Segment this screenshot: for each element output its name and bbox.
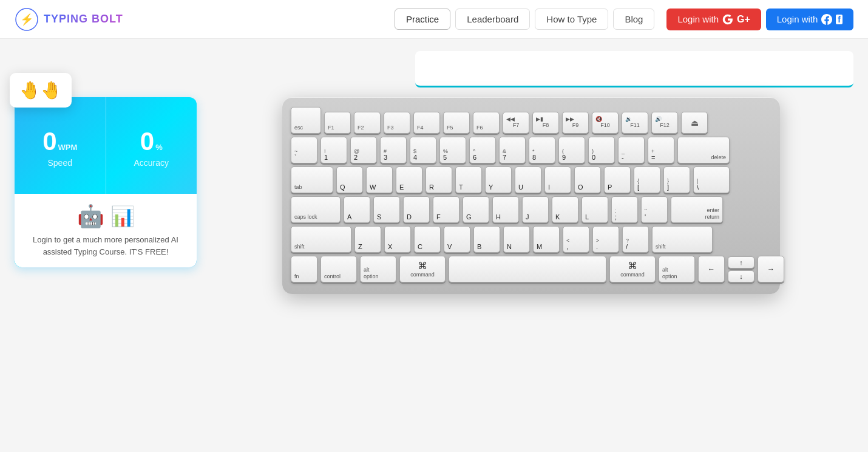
- key-arrow-right[interactable]: →: [758, 256, 784, 282]
- nav-blog[interactable]: Blog: [613, 9, 654, 30]
- key-f1[interactable]: F1: [324, 112, 351, 134]
- key-semicolon[interactable]: :;: [611, 196, 638, 223]
- key-1[interactable]: !1: [320, 137, 347, 163]
- key-comma[interactable]: <,: [563, 226, 589, 253]
- key-quote[interactable]: "': [641, 196, 668, 223]
- nav-leaderboard[interactable]: Leaderboard: [455, 9, 530, 30]
- key-fn[interactable]: fn: [291, 256, 317, 282]
- key-o[interactable]: O: [574, 166, 601, 193]
- key-f4[interactable]: F4: [413, 112, 440, 134]
- logo[interactable]: ⚡ TYPING BOLT: [15, 7, 123, 32]
- key-v[interactable]: V: [444, 226, 470, 253]
- accuracy-block: 0 % Accuracy: [106, 97, 197, 194]
- key-f2[interactable]: F2: [354, 112, 381, 134]
- hands-popup: 🤚🤚: [10, 73, 72, 108]
- key-f8[interactable]: ▶▮F8: [532, 112, 559, 134]
- login-google-label: Login with: [677, 14, 719, 24]
- key-period[interactable]: >.: [592, 226, 619, 253]
- key-8[interactable]: *8: [529, 137, 555, 163]
- key-control[interactable]: control: [320, 256, 357, 282]
- accuracy-unit: %: [155, 143, 163, 152]
- key-open-bracket[interactable]: {[: [634, 166, 660, 193]
- key-shift-left[interactable]: shift: [291, 226, 351, 253]
- key-u[interactable]: U: [515, 166, 541, 193]
- key-r[interactable]: R: [426, 166, 452, 193]
- key-w[interactable]: W: [366, 166, 393, 193]
- key-a[interactable]: A: [344, 196, 370, 223]
- key-delete[interactable]: delete: [677, 137, 730, 163]
- key-command-right[interactable]: ⌘ command: [609, 256, 656, 282]
- key-d[interactable]: D: [403, 196, 430, 223]
- key-e[interactable]: E: [396, 166, 422, 193]
- key-option-right[interactable]: altoption: [659, 256, 695, 282]
- key-close-bracket[interactable]: }]: [663, 166, 690, 193]
- key-command-left[interactable]: ⌘ command: [399, 256, 446, 282]
- key-n[interactable]: N: [503, 226, 530, 253]
- key-eject[interactable]: ⏏: [681, 112, 708, 134]
- key-y[interactable]: Y: [485, 166, 512, 193]
- stats-card: 0 WPM Speed 0 % Accuracy 🤖 📊: [15, 97, 197, 267]
- facebook-icon: [821, 14, 832, 25]
- key-h[interactable]: H: [492, 196, 519, 223]
- key-f12[interactable]: 🔊F12: [651, 112, 678, 134]
- key-b[interactable]: B: [473, 226, 500, 253]
- key-tab[interactable]: tab: [291, 166, 333, 193]
- speed-value: 0: [42, 129, 56, 154]
- key-q[interactable]: Q: [336, 166, 363, 193]
- key-backslash[interactable]: |\: [693, 166, 730, 193]
- key-m[interactable]: M: [533, 226, 560, 253]
- key-6[interactable]: ^6: [469, 137, 496, 163]
- key-9[interactable]: (9: [558, 137, 585, 163]
- key-f3[interactable]: F3: [384, 112, 410, 134]
- number-row: ~` !1 @2 #3 $4 %5 ^6 &7 *8 (9 )0 _- += d…: [291, 137, 771, 163]
- key-slash[interactable]: ?/: [622, 226, 649, 253]
- key-f10[interactable]: 🔇F10: [592, 112, 619, 134]
- key-f7[interactable]: ◀◀F7: [503, 112, 529, 134]
- key-f6[interactable]: F6: [473, 112, 500, 134]
- function-key-row: esc F1 F2 F3 F4 F5 F6 ◀◀F7 ▶▮F8 ▶▶F9 🔇F1…: [291, 107, 771, 134]
- key-f5[interactable]: F5: [443, 112, 470, 134]
- key-arrow-down[interactable]: ↓: [728, 270, 754, 282]
- key-shift-right[interactable]: shift: [652, 226, 713, 253]
- logo-icon: ⚡: [15, 7, 39, 32]
- key-f[interactable]: F: [433, 196, 459, 223]
- key-minus[interactable]: _-: [618, 137, 645, 163]
- key-arrow-left[interactable]: ←: [698, 256, 725, 282]
- key-x[interactable]: X: [384, 226, 411, 253]
- key-0[interactable]: )0: [588, 137, 615, 163]
- key-g[interactable]: G: [463, 196, 489, 223]
- key-7[interactable]: &7: [499, 137, 526, 163]
- login-google-button[interactable]: Login with G+: [666, 9, 761, 30]
- key-t[interactable]: T: [455, 166, 482, 193]
- key-z[interactable]: Z: [354, 226, 381, 253]
- key-i[interactable]: I: [544, 166, 571, 193]
- bottom-key-row: fn control altoption ⌘ command ⌘ command…: [291, 256, 771, 282]
- key-capslock[interactable]: caps lock: [291, 196, 341, 223]
- key-4[interactable]: $4: [410, 137, 436, 163]
- login-facebook-button[interactable]: Login with f: [766, 9, 853, 30]
- key-f9[interactable]: ▶▶F9: [562, 112, 589, 134]
- key-k[interactable]: K: [552, 196, 578, 223]
- key-enter[interactable]: enterreturn: [671, 196, 723, 223]
- key-5[interactable]: %5: [439, 137, 466, 163]
- key-l[interactable]: L: [581, 196, 608, 223]
- accuracy-value: 0: [140, 129, 154, 154]
- key-option-left[interactable]: altoption: [360, 256, 396, 282]
- key-backtick[interactable]: ~`: [291, 137, 317, 163]
- nav-practice[interactable]: Practice: [395, 9, 450, 30]
- nav-how-to-type[interactable]: How to Type: [535, 9, 608, 30]
- key-space[interactable]: [449, 256, 606, 282]
- speed-block: 0 WPM Speed: [15, 97, 106, 194]
- key-p[interactable]: P: [604, 166, 631, 193]
- key-arrow-up[interactable]: ↑: [728, 256, 754, 269]
- key-s[interactable]: S: [373, 196, 400, 223]
- key-c[interactable]: C: [414, 226, 441, 253]
- key-3[interactable]: #3: [380, 137, 407, 163]
- key-equals[interactable]: +=: [648, 137, 674, 163]
- key-j[interactable]: J: [522, 196, 549, 223]
- typing-area[interactable]: [415, 51, 853, 87]
- key-esc[interactable]: esc: [291, 107, 321, 134]
- key-2[interactable]: @2: [350, 137, 377, 163]
- key-f11[interactable]: 🔉F11: [622, 112, 648, 134]
- logo-text: TYPING BOLT: [44, 13, 123, 26]
